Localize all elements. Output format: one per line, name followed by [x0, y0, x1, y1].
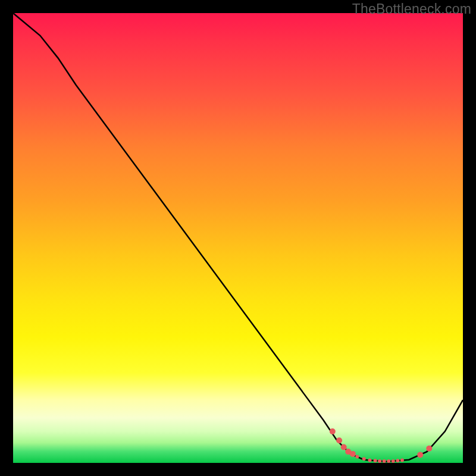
chart-overlay [13, 13, 463, 463]
watermark-text: TheBottleneck.com [352, 1, 471, 17]
data-point [383, 459, 386, 463]
scatter-dots [330, 428, 433, 463]
data-point [396, 459, 399, 462]
data-point [392, 459, 395, 463]
data-point [336, 437, 342, 443]
bottleneck-curve [13, 13, 463, 462]
data-point [362, 457, 366, 461]
data-point [378, 459, 381, 463]
data-point [368, 459, 372, 462]
data-point [355, 455, 359, 458]
data-point [387, 459, 390, 463]
chart-container: TheBottleneck.com [0, 0, 476, 476]
data-point [341, 444, 347, 450]
data-point [400, 459, 404, 462]
data-point [374, 459, 377, 462]
data-point [426, 446, 432, 452]
data-point [417, 452, 423, 458]
data-point [350, 451, 356, 457]
data-point [330, 428, 336, 434]
